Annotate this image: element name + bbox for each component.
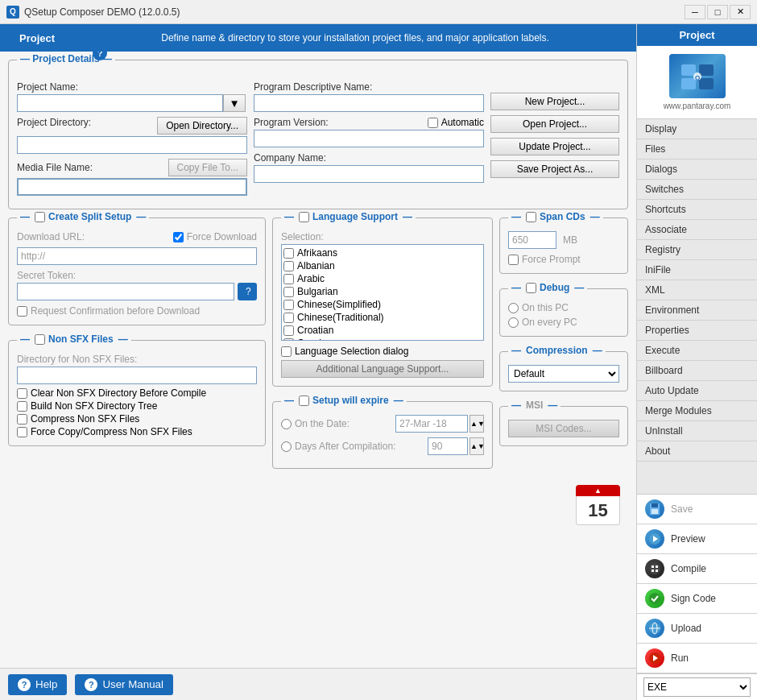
debug-checkbox[interactable]: Debug xyxy=(526,282,569,293)
force-copy-checkbox[interactable]: Force Copy/Compress Non SFX Files xyxy=(17,426,257,437)
output-type-select[interactable]: EXE MSI ZIP xyxy=(643,677,751,697)
sidebar-item-billboard[interactable]: Billboard xyxy=(637,361,757,381)
language-support-check[interactable] xyxy=(299,212,309,222)
request-confirm-check[interactable] xyxy=(17,306,27,317)
lang-bulgarian[interactable]: Bulgarian xyxy=(283,285,482,298)
help-button[interactable]: ? Help xyxy=(8,674,67,695)
days-spinner[interactable]: ▲▼ xyxy=(470,437,484,455)
preview-action[interactable]: Preview xyxy=(637,524,757,554)
setup-expire-check[interactable] xyxy=(299,396,309,406)
lang-croatian[interactable]: Croatian xyxy=(283,324,482,337)
sidebar-item-properties[interactable]: Properties xyxy=(637,321,757,341)
update-project-button[interactable]: Update Project... xyxy=(490,138,619,155)
lang-chinese-simplified[interactable]: Chinese(Simplified) xyxy=(283,298,482,311)
copy-file-button[interactable]: Copy File To... xyxy=(168,159,247,176)
sidebar-item-environment[interactable]: Environment xyxy=(637,300,757,321)
request-confirm-checkbox[interactable]: Request Confirmation before Download xyxy=(17,305,257,317)
sidebar-item-display[interactable]: Display xyxy=(637,119,757,139)
on-every-pc-radio-input[interactable] xyxy=(508,317,519,328)
sidebar-item-registry[interactable]: Registry xyxy=(637,240,757,260)
sidebar-item-switches[interactable]: Switches xyxy=(637,180,757,200)
days-after-radio-input[interactable] xyxy=(281,441,292,452)
sidebar-item-about[interactable]: About xyxy=(637,441,757,462)
on-date-radio[interactable]: On the Date: xyxy=(281,418,350,429)
force-download-check[interactable] xyxy=(173,232,184,242)
msi-codes-button[interactable]: MSI Codes... xyxy=(508,420,619,437)
sidebar-item-auto-update[interactable]: Auto Update xyxy=(637,381,757,401)
language-list[interactable]: Afrikaans Albanian Arabic Bulgarian Chin… xyxy=(281,244,484,341)
user-manual-button[interactable]: ? User Manual xyxy=(75,674,173,695)
project-tab[interactable]: Project xyxy=(0,24,74,52)
project-name-input[interactable] xyxy=(17,94,223,112)
sign-code-action[interactable]: Sign Code xyxy=(637,584,757,614)
sidebar-item-dialogs[interactable]: Dialogs xyxy=(637,159,757,180)
lang-arabic[interactable]: Arabic xyxy=(283,272,482,285)
force-prompt-check[interactable] xyxy=(508,255,519,265)
open-project-button[interactable]: Open Project... xyxy=(490,115,619,133)
span-cds-mb-input[interactable] xyxy=(508,231,556,249)
compression-select[interactable]: Default None Fast Best xyxy=(508,365,619,383)
compress-non-sfx-check[interactable] xyxy=(17,414,27,425)
sidebar-item-shortcuts[interactable]: Shortcuts xyxy=(637,200,757,220)
program-version-input[interactable] xyxy=(254,130,484,147)
maximize-button[interactable]: □ xyxy=(707,5,728,19)
project-name-dropdown[interactable]: ▼ xyxy=(223,94,246,112)
build-non-sfx-checkbox[interactable]: Build Non SFX Directory Tree xyxy=(17,400,257,412)
save-action[interactable]: Save xyxy=(637,495,757,524)
project-dir-input[interactable] xyxy=(17,136,247,154)
date-spinner[interactable]: ▲▼ xyxy=(470,415,484,433)
run-action[interactable]: Run xyxy=(637,644,757,673)
split-setup-checkbox[interactable]: Create Split Setup xyxy=(35,211,131,222)
clear-non-sfx-check[interactable] xyxy=(17,388,27,399)
sidebar-item-merge-modules[interactable]: Merge Modules xyxy=(637,401,757,421)
on-date-radio-input[interactable] xyxy=(281,419,292,429)
lang-albanian[interactable]: Albanian xyxy=(283,259,482,272)
sidebar-item-inifile[interactable]: IniFile xyxy=(637,260,757,280)
new-project-button[interactable]: New Project... xyxy=(490,93,619,110)
debug-check[interactable] xyxy=(526,283,536,293)
additional-language-button[interactable]: Additional Language Support... xyxy=(281,360,484,378)
non-sfx-dir-input[interactable] xyxy=(17,367,257,384)
on-every-pc-radio[interactable]: On every PC xyxy=(508,317,619,328)
minimize-button[interactable]: ─ xyxy=(685,5,705,19)
force-copy-check[interactable] xyxy=(17,427,27,437)
help-badge[interactable]: ? xyxy=(93,52,107,60)
expire-date-input[interactable] xyxy=(395,415,468,433)
span-cds-checkbox[interactable]: Span CDs xyxy=(526,211,585,222)
sidebar-item-uninstall[interactable]: UnInstall xyxy=(637,421,757,441)
open-dir-button[interactable]: Open Directory... xyxy=(157,117,247,135)
lang-selection-dialog-check[interactable] xyxy=(281,346,292,357)
on-this-pc-radio-input[interactable] xyxy=(508,303,519,313)
language-support-checkbox[interactable]: Language Support xyxy=(299,211,398,222)
lang-czech[interactable]: Czech xyxy=(283,337,482,341)
days-after-input[interactable] xyxy=(428,437,468,455)
download-url-input[interactable] xyxy=(17,247,257,265)
secret-help-badge[interactable]: ? xyxy=(238,283,257,300)
sidebar-item-xml[interactable]: XML xyxy=(637,280,757,300)
upload-action[interactable]: Upload xyxy=(637,614,757,644)
lang-chinese-traditional[interactable]: Chinese(Traditional) xyxy=(283,311,482,324)
close-button[interactable]: ✕ xyxy=(730,5,751,19)
setup-expire-checkbox[interactable]: Setup will expire xyxy=(299,395,389,406)
automatic-check[interactable] xyxy=(428,118,438,128)
split-setup-check[interactable] xyxy=(35,212,45,222)
sidebar-item-execute[interactable]: Execute xyxy=(637,341,757,361)
build-non-sfx-check[interactable] xyxy=(17,401,27,412)
lang-afrikaans[interactable]: Afrikaans xyxy=(283,246,482,259)
non-sfx-checkbox[interactable]: Non SFX Files xyxy=(35,333,114,345)
sidebar-item-files[interactable]: Files xyxy=(637,139,757,159)
compress-non-sfx-checkbox[interactable]: Compress Non SFX Files xyxy=(17,413,257,425)
clear-non-sfx-checkbox[interactable]: Clear Non SFX Directory Before Compile xyxy=(17,387,257,399)
company-name-input[interactable] xyxy=(254,165,484,183)
force-prompt-checkbox[interactable]: Force Prompt xyxy=(508,254,619,265)
secret-token-input[interactable] xyxy=(17,283,234,300)
save-project-as-button[interactable]: Save Project As... xyxy=(490,160,619,178)
non-sfx-check[interactable] xyxy=(35,334,45,345)
media-file-input[interactable] xyxy=(17,178,247,196)
lang-selection-dialog-checkbox[interactable]: Language Selection dialog xyxy=(281,346,484,357)
automatic-checkbox[interactable]: Automatic xyxy=(428,117,484,128)
program-desc-input[interactable] xyxy=(254,94,484,112)
sidebar-item-associate[interactable]: Associate xyxy=(637,220,757,240)
compile-action[interactable]: Compile xyxy=(637,554,757,584)
days-after-radio[interactable]: Days After Compilation: xyxy=(281,441,395,452)
